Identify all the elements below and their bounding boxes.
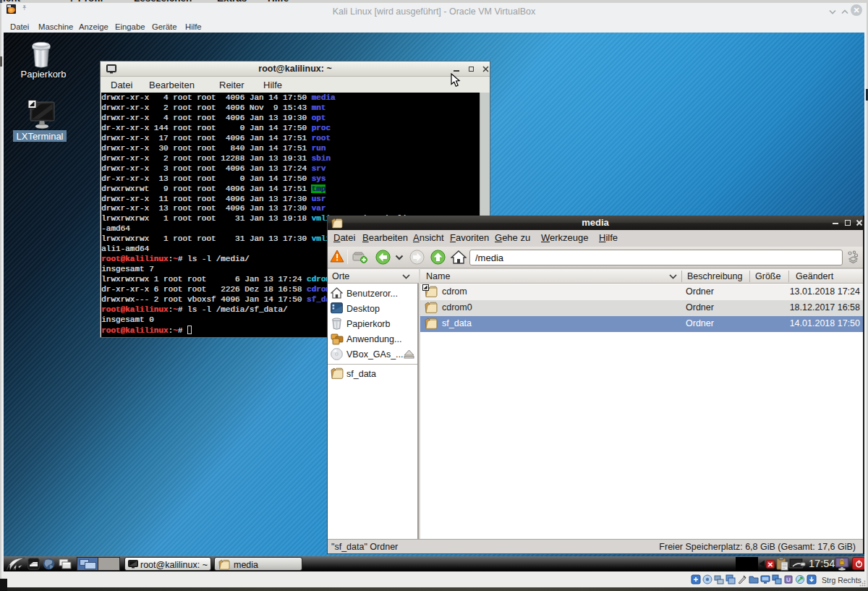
svg-text:U: U — [786, 577, 791, 583]
